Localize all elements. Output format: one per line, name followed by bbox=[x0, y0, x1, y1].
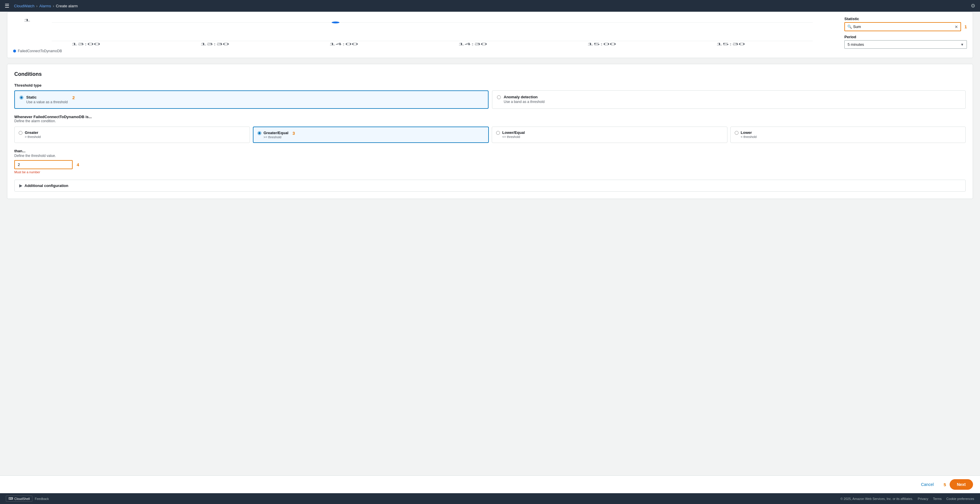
next-button[interactable]: Next bbox=[950, 479, 973, 490]
lower-option[interactable]: Lower < threshold bbox=[730, 127, 966, 143]
than-sub: Define the threshold value. bbox=[14, 154, 966, 158]
footer-bar: Cancel 5 Next bbox=[0, 475, 980, 493]
annotation-2: 2 bbox=[72, 95, 75, 100]
metric-chart-card: 1 13:00 13:30 14:00 14:30 15:00 15:30 bbox=[7, 12, 973, 58]
condition-options: Greater > threshold Greater/Equal >= thr… bbox=[14, 127, 966, 143]
greater-radio[interactable] bbox=[19, 131, 22, 135]
breadcrumb-alarms[interactable]: Alarms bbox=[40, 4, 51, 8]
annotation-1: 1 bbox=[964, 24, 967, 29]
breadcrumb-cloudwatch[interactable]: CloudWatch bbox=[14, 4, 34, 8]
breadcrumb: CloudWatch › Alarms › Create alarm bbox=[14, 4, 78, 8]
copyright: © 2025, Amazon Web Services, Inc. or its… bbox=[840, 497, 913, 501]
statistic-clear-button[interactable]: ✕ bbox=[955, 24, 958, 29]
static-sub: Use a value as a threshold bbox=[26, 100, 68, 104]
conditions-card: Conditions Threshold type Static Use a v… bbox=[7, 64, 973, 199]
cancel-button[interactable]: Cancel bbox=[916, 480, 939, 489]
greater-sub: > threshold bbox=[25, 135, 41, 138]
right-panel: Statistic 🔍 ✕ 1 Period bbox=[845, 17, 967, 53]
annotation-5: 5 bbox=[943, 482, 946, 487]
static-radio[interactable] bbox=[19, 96, 23, 99]
whenever-label-row: Whenever FailedConnectToDynamoDB is... D… bbox=[14, 114, 966, 123]
lower-equal-title: Lower/Equal bbox=[502, 130, 525, 135]
legend-dot bbox=[13, 49, 16, 52]
greater-equal-sub: >= threshold bbox=[264, 135, 288, 139]
error-text: Must be a number bbox=[14, 170, 966, 174]
statistic-label: Statistic bbox=[845, 17, 967, 21]
svg-text:15:30: 15:30 bbox=[716, 43, 745, 46]
cookie-link[interactable]: Cookie preferences bbox=[947, 497, 974, 501]
lower-sub: < threshold bbox=[741, 135, 757, 138]
greater-text: Greater > threshold bbox=[25, 130, 41, 138]
privacy-link[interactable]: Privacy bbox=[918, 497, 928, 501]
annotation-4: 4 bbox=[77, 162, 79, 167]
statistic-group: Statistic 🔍 ✕ 1 bbox=[845, 17, 967, 31]
than-label: than... bbox=[14, 149, 966, 153]
additional-config[interactable]: ▶ Additional configuration bbox=[14, 180, 966, 192]
svg-point-9 bbox=[332, 22, 339, 24]
svg-text:14:30: 14:30 bbox=[458, 43, 487, 46]
top-navigation: ☰ CloudWatch › Alarms › Create alarm ⚙ bbox=[0, 0, 980, 12]
whenever-label: Whenever FailedConnectToDynamoDB is... bbox=[14, 114, 966, 119]
threshold-type-label: Threshold type bbox=[14, 83, 966, 87]
statistic-input[interactable] bbox=[845, 23, 961, 31]
bottom-bar-right: © 2025, Amazon Web Services, Inc. or its… bbox=[840, 497, 974, 501]
period-group: Period 5 minutes 1 minute 10 minutes 1 h… bbox=[845, 35, 967, 49]
menu-icon[interactable]: ☰ bbox=[5, 3, 10, 9]
lower-equal-sub: <= threshold bbox=[502, 135, 525, 138]
svg-text:1: 1 bbox=[23, 18, 30, 22]
search-icon: 🔍 bbox=[847, 24, 852, 29]
anomaly-text: Anomaly detection Use a band as a thresh… bbox=[504, 95, 544, 104]
breadcrumb-sep-2: › bbox=[53, 4, 54, 8]
than-section: than... Define the threshold value. 4 Mu… bbox=[14, 149, 966, 174]
main-content: 1 13:00 13:30 14:00 14:30 15:00 15:30 bbox=[0, 12, 980, 475]
cloudshell-button[interactable]: ⌨ CloudShell bbox=[6, 496, 32, 502]
svg-text:13:00: 13:00 bbox=[71, 43, 100, 46]
static-title: Static bbox=[26, 95, 68, 99]
breadcrumb-sep-1: › bbox=[36, 4, 37, 8]
breadcrumb-current: Create alarm bbox=[56, 4, 78, 8]
cloudshell-icon: ⌨ bbox=[8, 497, 13, 501]
svg-text:13:30: 13:30 bbox=[200, 43, 229, 46]
greater-title: Greater bbox=[25, 130, 41, 135]
anomaly-sub: Use a band as a threshold bbox=[504, 100, 544, 104]
period-select[interactable]: 5 minutes 1 minute 10 minutes 1 hour bbox=[845, 40, 967, 49]
than-input[interactable] bbox=[14, 160, 73, 169]
lower-text: Lower < threshold bbox=[741, 130, 757, 138]
svg-text:15:00: 15:00 bbox=[587, 43, 616, 46]
terms-link[interactable]: Terms bbox=[933, 497, 942, 501]
lower-radio[interactable] bbox=[735, 131, 738, 135]
chart-svg: 1 13:00 13:30 14:00 14:30 15:00 15:30 bbox=[13, 17, 838, 46]
cloudshell-label: CloudShell bbox=[14, 497, 30, 501]
annotation-3: 3 bbox=[293, 131, 295, 136]
lower-equal-option[interactable]: Lower/Equal <= threshold bbox=[492, 127, 727, 143]
greater-equal-title: Greater/Equal bbox=[264, 131, 288, 135]
feedback-link[interactable]: Feedback bbox=[35, 497, 49, 501]
greater-equal-radio[interactable] bbox=[258, 131, 261, 135]
period-select-wrap: 5 minutes 1 minute 10 minutes 1 hour ▼ bbox=[845, 40, 967, 49]
lower-title: Lower bbox=[741, 130, 757, 135]
legend-label: FailedConnectToDynamoDB bbox=[18, 49, 62, 53]
anomaly-option[interactable]: Anomaly detection Use a band as a thresh… bbox=[492, 91, 966, 109]
than-input-wrap: 4 bbox=[14, 160, 966, 169]
anomaly-radio[interactable] bbox=[497, 95, 501, 99]
conditions-title: Conditions bbox=[14, 71, 966, 77]
anomaly-title: Anomaly detection bbox=[504, 95, 544, 99]
period-label: Period bbox=[845, 35, 967, 39]
greater-equal-text: Greater/Equal >= threshold bbox=[264, 131, 288, 139]
statistic-search-wrap: 🔍 ✕ bbox=[845, 22, 961, 31]
settings-icon[interactable]: ⚙ bbox=[970, 3, 975, 9]
lower-equal-radio[interactable] bbox=[496, 131, 500, 135]
greater-equal-option[interactable]: Greater/Equal >= threshold 3 bbox=[253, 127, 489, 143]
chart-area: 1 13:00 13:30 14:00 14:30 15:00 15:30 bbox=[13, 17, 838, 53]
bottom-bar: ⌨ CloudShell Feedback © 2025, Amazon Web… bbox=[0, 493, 980, 504]
svg-text:14:00: 14:00 bbox=[329, 43, 358, 46]
greater-option[interactable]: Greater > threshold bbox=[14, 127, 250, 143]
lower-equal-text: Lower/Equal <= threshold bbox=[502, 130, 525, 138]
threshold-type-options: Static Use a value as a threshold 2 Anom… bbox=[14, 91, 966, 109]
static-text: Static Use a value as a threshold bbox=[26, 95, 68, 104]
whenever-sub: Define the alarm condition. bbox=[14, 119, 966, 123]
chart-legend: FailedConnectToDynamoDB bbox=[13, 49, 838, 53]
expand-icon: ▶ bbox=[19, 183, 22, 188]
additional-config-label: Additional configuration bbox=[24, 183, 68, 188]
static-option[interactable]: Static Use a value as a threshold 2 bbox=[14, 91, 488, 109]
